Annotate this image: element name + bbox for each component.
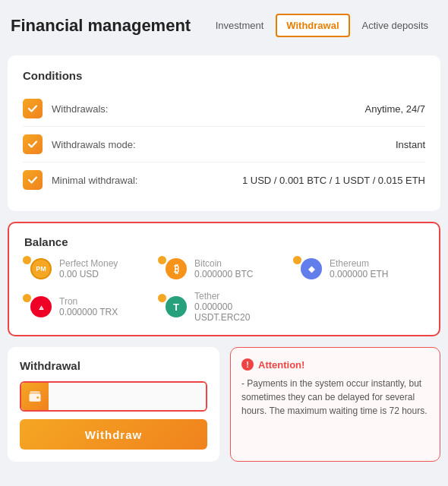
tab-bar: Investment Withdrawal Active deposits — [207, 14, 437, 37]
balance-card: Balance PM Perfect Money 0.00 USD ₿ — [8, 222, 440, 336]
conditions-title: Conditions — [23, 69, 425, 82]
coin-btc: ₿ — [166, 258, 187, 279]
balance-item-trx: ⟁ Tron 0.000000 TRX — [24, 291, 153, 323]
balance-coin-name-pm: Perfect Money — [59, 258, 118, 269]
checkbox-icon-1 — [23, 134, 43, 154]
wallet-icon — [28, 390, 42, 403]
balance-amount-usdt: 0.000000 USDT.ERC20 — [194, 301, 289, 323]
condition-value-1: Instant — [396, 139, 425, 150]
page-header: Financial management Investment Withdraw… — [8, 8, 440, 43]
page-title: Financial management — [11, 16, 207, 36]
tab-active-deposits[interactable]: Active deposits — [353, 15, 437, 36]
balance-item-usdt: T Tether 0.000000 USDT.ERC20 — [159, 291, 289, 323]
balance-amount-eth: 0.000000 ETH — [330, 269, 388, 279]
withdrawal-input-row — [20, 381, 207, 412]
withdrawal-input[interactable] — [49, 383, 206, 410]
coin-trx: ⟁ — [30, 296, 52, 317]
checkbox-icon-2 — [23, 170, 43, 190]
balance-coin-name-usdt: Tether — [194, 291, 289, 301]
attention-title-text: Attention! — [258, 359, 304, 371]
withdrawal-title: Withdrawal — [20, 359, 207, 372]
condition-value-2: 1 USD / 0.001 BTC / 1 USDT / 0.015 ETH — [242, 175, 425, 186]
conditions-card: Conditions Withdrawals: Anytime, 24/7 Wi… — [8, 55, 440, 211]
coin-dot-trx — [23, 294, 31, 302]
coin-pm: PM — [30, 258, 52, 279]
coin-dot-pm — [23, 256, 31, 264]
condition-label-2: Minimal withdrawal: — [52, 175, 242, 186]
withdrawal-form-card: Withdrawal Withdraw — [8, 347, 219, 462]
coin-eth: ◆ — [301, 258, 322, 279]
condition-value-0: Anytime, 24/7 — [365, 103, 426, 115]
attention-text: - Payments in the system occur instantly… — [241, 377, 429, 418]
balance-coin-name-eth: Ethereum — [330, 258, 388, 269]
withdraw-button[interactable]: Withdraw — [20, 419, 207, 450]
condition-row-2: Minimal withdrawal: 1 USD / 0.001 BTC / … — [23, 163, 425, 197]
balance-amount-pm: 0.00 USD — [59, 269, 118, 279]
attention-icon: ! — [241, 358, 254, 371]
balance-amount-btc: 0.000000 BTC — [194, 269, 253, 279]
balance-coin-name-btc: Bitcoin — [194, 258, 253, 269]
balance-amount-trx: 0.000000 TRX — [59, 307, 118, 317]
condition-label-0: Withdrawals: — [52, 103, 365, 115]
tab-investment[interactable]: Investment — [207, 15, 273, 36]
checkbox-icon-0 — [23, 99, 43, 118]
condition-row-0: Withdrawals: Anytime, 24/7 — [23, 91, 425, 127]
withdrawal-section: Withdrawal Withdraw ! Attention! — [8, 347, 440, 462]
coin-dot-usdt — [158, 294, 166, 302]
balance-coin-name-trx: Tron — [59, 296, 118, 307]
svg-point-1 — [36, 396, 39, 399]
condition-label-1: Withdrawals mode: — [52, 139, 396, 150]
coin-dot-eth — [293, 256, 301, 264]
condition-row-1: Withdrawals mode: Instant — [23, 127, 425, 163]
balance-item-pm: PM Perfect Money 0.00 USD — [24, 257, 153, 280]
attention-card: ! Attention! - Payments in the system oc… — [230, 347, 440, 462]
coin-dot-btc — [158, 256, 166, 264]
balance-item-btc: ₿ Bitcoin 0.000000 BTC — [159, 257, 289, 280]
balance-title: Balance — [24, 235, 424, 248]
tab-withdrawal[interactable]: Withdrawal — [276, 14, 349, 37]
balance-item-eth: ◆ Ethereum 0.000000 ETH — [295, 257, 424, 280]
balance-grid: PM Perfect Money 0.00 USD ₿ Bitcoin 0.00… — [24, 257, 424, 323]
wallet-icon-box — [21, 383, 49, 410]
attention-header: ! Attention! — [241, 358, 429, 371]
coin-usdt: T — [166, 296, 187, 317]
